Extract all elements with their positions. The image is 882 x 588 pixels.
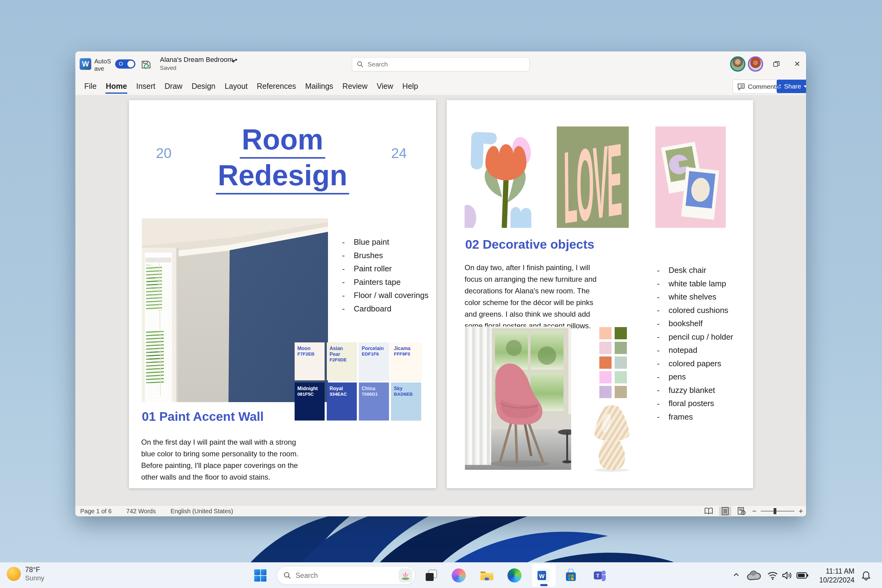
web-layout-button[interactable] [736, 507, 748, 516]
copilot-button[interactable] [452, 568, 466, 583]
decorative-objects-list-item: pens [657, 370, 733, 384]
desktop-wallpaper: W AutoSave O Alana's Dream Bedroom • Sav… [0, 0, 882, 588]
save-icon[interactable] [140, 59, 152, 70]
toggle-knob [128, 61, 134, 68]
decorative-objects-list-item: pencil cup / holder [657, 330, 733, 344]
edge-button[interactable] [507, 568, 522, 583]
collaborator-avatar[interactable] [748, 56, 763, 72]
flower-illustration [465, 126, 537, 228]
battery-icon[interactable] [796, 572, 808, 580]
ribbon-tab[interactable]: Design [187, 77, 220, 95]
love-poster: LOVE [557, 126, 629, 228]
sun-icon [7, 567, 21, 581]
decorative-objects-list-item: frames [657, 410, 733, 424]
word-taskbar-button[interactable]: W [537, 568, 551, 583]
print-layout-button[interactable] [719, 507, 731, 516]
word-count[interactable]: 742 Words [126, 508, 156, 515]
search-input[interactable] [367, 60, 515, 68]
materials-list: Blue paintBrushesPaint rollerPainters ta… [342, 236, 429, 315]
zoom-in-icon[interactable]: + [799, 507, 803, 515]
document-title-block[interactable]: Alana's Dream Bedroom • Saved [160, 56, 237, 71]
decorative-objects-list-item: white table lamp [657, 277, 733, 291]
wifi-icon[interactable] [767, 570, 778, 582]
teams-button[interactable]: T [592, 568, 607, 583]
task-view-icon [424, 569, 438, 582]
search-highlight-chip[interactable] [398, 568, 412, 582]
teams-icon: T [592, 568, 607, 582]
share-dropdown-chevron-icon [804, 86, 806, 88]
palette-color-square [599, 357, 612, 369]
document-title: Alana's Dream Bedroom • [160, 56, 237, 64]
pink-chair-photo [465, 327, 571, 470]
read-mode-button[interactable] [702, 507, 715, 516]
clock-widget[interactable]: 11:11 AM 10/22/2024 [811, 567, 854, 585]
language-indicator[interactable]: English (United States) [171, 508, 233, 515]
document-main-title: Room Redesign [129, 123, 436, 195]
taskbar-search-input[interactable] [295, 571, 398, 580]
notifications-bell-icon[interactable] [861, 570, 871, 582]
tray-chevron-up-icon[interactable] [732, 572, 740, 579]
ribbon-tab[interactable]: Help [398, 77, 423, 95]
palette-color-square [615, 371, 627, 383]
ribbon-tab[interactable]: Layout [220, 77, 252, 95]
materials-list-item: Cardboard [342, 302, 429, 316]
ribbon-tab[interactable]: Review [338, 77, 372, 95]
ribbon-tab[interactable]: Home [101, 77, 131, 95]
materials-list-item: Floor / wall coverings [342, 289, 429, 302]
ribbon-tab-bar: File Home Insert Draw Design [75, 77, 806, 95]
svg-text:W: W [539, 573, 544, 579]
lotus-flower-icon [400, 570, 410, 580]
restore-window-button[interactable] [771, 59, 782, 69]
weather-widget[interactable]: 78°F Sunny [7, 566, 44, 582]
zoom-out-icon[interactable]: − [752, 507, 756, 515]
ribbon-tab[interactable]: View [372, 77, 398, 95]
search-icon [283, 572, 291, 579]
ribbon-tab[interactable]: Draw [160, 77, 187, 95]
title-bar: W AutoSave O Alana's Dream Bedroom • Sav… [75, 51, 806, 77]
paint-swatch-card: China 7086D1 [359, 382, 389, 420]
onedrive-icon[interactable] [746, 570, 761, 582]
palette-color-square [599, 386, 612, 398]
start-button[interactable] [253, 568, 268, 583]
comments-button[interactable]: @ Comments [732, 80, 784, 94]
ribbon-tab[interactable]: Mailings [300, 77, 338, 95]
file-explorer-icon [479, 568, 494, 582]
document-page-2[interactable]: LOVE 02 [447, 100, 753, 488]
paint-swatch-card: Moon F7F2EB [295, 342, 325, 380]
windows-logo-icon [254, 569, 267, 582]
collaborator-avatar[interactable] [730, 56, 746, 72]
share-icon [777, 82, 782, 90]
decorative-objects-list-item: colored papers [657, 357, 733, 370]
paint-swatch-card: Asian Pear F2F0DE [327, 342, 357, 380]
document-page-1[interactable]: 20 24 Room Redesign [129, 100, 436, 488]
zoom-slider-thumb[interactable] [774, 508, 776, 514]
close-window-button[interactable]: ✕ [792, 59, 802, 69]
ribbon-tab[interactable]: Insert [132, 77, 160, 95]
table-lamp-photo [585, 402, 639, 472]
decorative-objects-list-item: white shelves [657, 290, 733, 304]
volume-icon[interactable] [782, 570, 793, 582]
word-window: W AutoSave O Alana's Dream Bedroom • Sav… [75, 51, 806, 516]
edge-icon [507, 568, 522, 582]
task-view-button[interactable] [424, 568, 438, 583]
decorative-objects-list: Desk chairwhite table lampwhite shelvesc… [657, 264, 733, 423]
autosave-toggle[interactable]: O [115, 59, 135, 69]
ribbon-tab[interactable]: File [80, 77, 101, 95]
polaroids-photo [656, 126, 726, 228]
palette-color-square [615, 357, 627, 369]
title-dropdown-chevron-icon[interactable] [231, 60, 236, 63]
ribbon-tabs: File Home Insert Draw Design [80, 77, 423, 95]
palette-color-square [599, 342, 612, 354]
decorative-objects-list-item: floral posters [657, 397, 733, 410]
share-button[interactable]: Share [777, 80, 806, 93]
ribbon-tab[interactable]: References [252, 77, 301, 95]
svg-text:@: @ [740, 84, 743, 88]
page-indicator[interactable]: Page 1 of 6 [80, 508, 111, 515]
paint-swatch-grid: Moon F7F2EB Asian Pear F2F0DE Porcelain [295, 342, 423, 420]
decorative-objects-list-item: fuzzy blanket [657, 384, 733, 397]
microsoft-store-button[interactable] [564, 568, 578, 583]
file-explorer-button[interactable] [479, 568, 494, 583]
zoom-slider[interactable] [761, 511, 794, 512]
ribbon-search-box[interactable] [352, 57, 530, 71]
taskbar-search-box[interactable] [277, 566, 415, 585]
